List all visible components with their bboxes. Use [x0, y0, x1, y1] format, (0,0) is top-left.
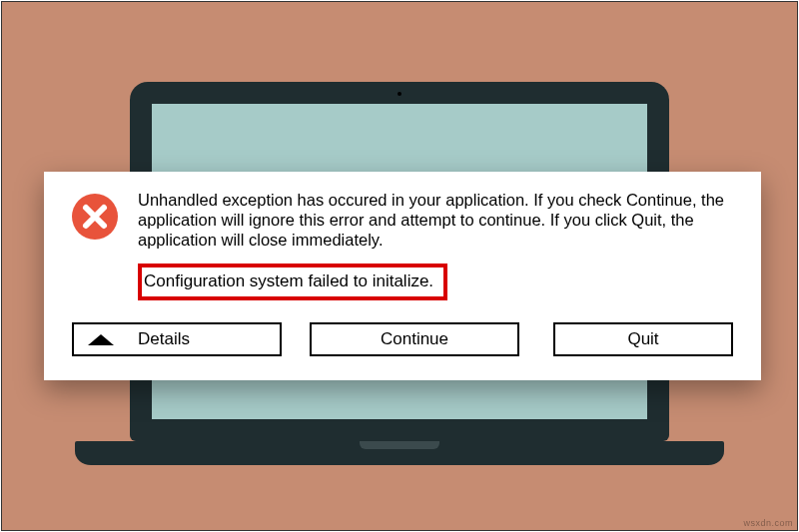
quit-button[interactable]: Quit — [553, 322, 733, 356]
watermark: wsxdn.com — [743, 518, 793, 528]
laptop-hinge-notch — [360, 441, 439, 449]
error-detail-highlight: Configuration system failed to initalize… — [138, 264, 447, 300]
quit-button-label: Quit — [627, 329, 658, 349]
dialog-text-block: Unhandled exception has occured in your … — [138, 190, 733, 300]
dialog-body: Unhandled exception has occured in your … — [72, 190, 733, 300]
dialog-message: Unhandled exception has occured in your … — [138, 190, 733, 250]
details-button[interactable]: Details — [72, 322, 282, 356]
illustration-frame: Unhandled exception has occured in your … — [1, 1, 798, 531]
error-dialog: Unhandled exception has occured in your … — [44, 172, 761, 380]
expand-up-icon — [88, 334, 114, 345]
continue-button[interactable]: Continue — [310, 322, 519, 356]
error-detail-text: Configuration system failed to initalize… — [144, 271, 433, 290]
error-x-icon — [72, 194, 118, 244]
laptop-base — [75, 441, 724, 465]
continue-button-label: Continue — [381, 329, 448, 349]
laptop-camera — [398, 92, 401, 96]
dialog-button-row: Details Continue Quit — [72, 322, 733, 356]
details-button-label: Details — [138, 329, 190, 349]
